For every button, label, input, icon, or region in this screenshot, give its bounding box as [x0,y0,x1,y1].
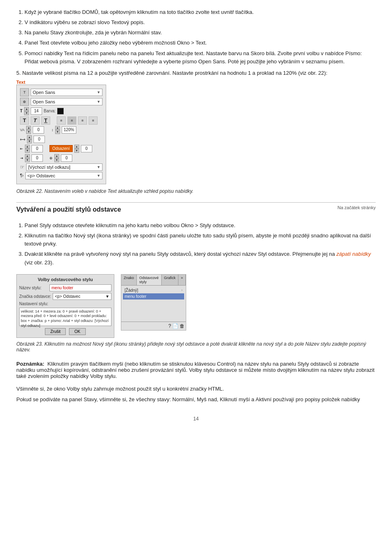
section-heading: Vytváření a použití stylů odstavce [16,206,376,213]
indent1-icon: ⇤ [20,147,23,151]
panel-header-row: T Open Sans ▼ [20,88,102,96]
panel2-buttons: Zrušit OK [19,328,111,335]
list-item-4: Panel Text otevřete volbou jeho záložky … [24,39,376,47]
leading-stepper[interactable]: ▲▼ [55,126,60,134]
paragraph-styles-panel: Znako Odstavcové styly Grafick » [Žádný]… [121,274,186,331]
indent2b-field[interactable]: 0 [61,154,72,162]
caption-23: Obrázek 23. Kliknutím na možnost Nový st… [16,341,376,353]
link-icon[interactable]: ☞ [20,164,24,170]
mark-dropdown-arrow: ▼ [105,294,109,299]
final-para-2: Pokud se podíváte na panel Stavy, všimně… [16,396,376,404]
va-label: VA [20,128,24,132]
indent1-field[interactable]: 0 [31,145,43,152]
panel2-cancel-button[interactable]: Zrušit [45,328,66,335]
para-tag-dropdown[interactable]: <p> Odstavec ▼ [25,172,102,179]
side-panel-bottom: ? 📄 🗑 [121,322,186,330]
style-none-item[interactable]: [Žádný] › [123,287,184,293]
tab-grafick[interactable]: Grafick [162,275,179,285]
indent1-row: ⇤ ▲▼ 0 Odsazení ▲▼ 0 [20,145,102,153]
note-block: Poznámka: Kliknutím pravým tlačítkem myš… [16,361,376,379]
new-style-icon[interactable]: 📄 [172,323,178,329]
list-item-2: V indikátoru výběru se zobrazí slovo Tex… [24,18,376,27]
link-style-dropdown[interactable]: [Výchozí styl odkazu] ▼ [26,163,102,171]
list-item-5: Pomocí nabídky Text na řídicím panelu ne… [24,49,376,66]
indent2b-stepper[interactable]: ▲▼ [54,154,59,162]
leading-icon: ↕ [51,128,53,132]
size-stepper[interactable]: ▲ ▼ [24,107,29,115]
tab-more[interactable]: » [178,275,186,285]
dropdown-arrow: ▼ [97,90,100,94]
indent2-row: ⇥ ▲▼ 0 ⊕ ▲▼ 0 [20,154,102,162]
va-field[interactable]: 0 [33,126,44,134]
paragraph-style-options-panel: Volby odstavcového stylu Název stylu: me… [16,274,114,338]
indent2b-icon: ⊕ [49,156,53,160]
panel2-setting-label-row: Nastavení stylu: [19,302,111,306]
tab-znako[interactable]: Znako [121,275,137,285]
font-dropdown[interactable]: Open Sans ▼ [31,89,102,96]
panel2-mark-dropdown[interactable]: <p> Odstavec ▼ [53,293,111,300]
tracking-icon: ⟷ [20,137,25,141]
color-swatch[interactable] [57,108,64,114]
indent1-stepper[interactable]: ▲▼ [25,145,30,153]
indent2-stepper[interactable]: ▲▼ [25,154,30,162]
panel2-mark-row: Značka odstavce: <p> Odstavec ▼ [19,293,111,300]
section-item-2: Kliknutím na tlačítko Nový styl (ikona s… [24,232,376,248]
panel2-title: Volby odstavcového stylu [19,277,111,282]
size-icon: T [20,109,22,113]
para-tag-row: ¶› <p> Odstavec ▼ [20,172,102,179]
section-divider [16,202,376,203]
list-item-1: Když je vybrané tlačítko DOMŮ, tak opěto… [24,8,376,16]
para-dropdown-arrow: ▼ [97,174,100,178]
section-item-1: Panel Styly odstavce otevřete kliknutím … [24,221,376,230]
font-icon-btn[interactable]: T [20,88,29,96]
note-text: Poznámka: Kliknutím pravým tlačítkem myš… [16,361,376,379]
delete-style-icon[interactable]: 🗑 [180,323,185,329]
panel2-setting-text: velikost: 14 + mezera za: 0 + pravé odsa… [19,308,111,326]
style-align-row: T T T ≡ ≡ ≡ ≡ [20,116,102,125]
link-style-row: ☞ [Výchozí styl odkazu] ▼ [20,163,102,171]
leading-field[interactable]: 120% [62,126,76,134]
odsazeni-field[interactable]: 0 [81,145,92,152]
panel2-setting-label: Nastavení stylu: [19,302,48,306]
style-menu-footer-item[interactable]: menu footer [123,293,184,299]
final-content: Všimněte si, že okno Volby stylu zahrnuj… [16,385,376,404]
text-panel-mockup: T Open Sans ▼ ⊕ Open Sans ▼ T [16,85,106,184]
open-sans-row: ⊕ Open Sans ▼ [20,98,102,106]
size-field[interactable]: 14 [31,107,42,115]
italic-btn[interactable]: T [31,116,40,125]
size-color-row: T ▲ ▼ 14 Barva: [20,107,102,115]
align-justify-btn[interactable]: ≡ [89,116,98,125]
align-right-btn[interactable]: ≡ [78,116,87,125]
panel2-ok-button[interactable]: OK [69,328,85,335]
variant-arrow: ▼ [97,100,100,104]
highlight-zapatí: zápatí nabídky [336,251,371,257]
step-5b: 5. Nastavte velikost písma na 12 a použi… [16,69,376,77]
back-to-top-link[interactable]: Na začátek stránky [337,205,376,210]
add-font-icon[interactable]: ⊕ [20,98,29,106]
panel2-name-label: Název stylu: [19,286,48,290]
bold-btn[interactable]: T [20,116,29,125]
tab-odstavcove-styly[interactable]: Odstavcové styly [137,275,162,285]
va-row: VA ▲▼ 0 ↕ ▲▼ 120% [20,126,102,134]
panel2-name-input[interactable]: menu footer [49,284,111,291]
list-item-3: Na panelu Stavy zkontrolujte, zda je vyb… [24,29,376,37]
panel2-name-row: Název stylu: menu footer [19,284,111,291]
caption-22: Obrázek 22. Nastavením voleb v nabídce T… [16,188,376,194]
panel2-mark-label: Značka odstavce: [19,294,51,299]
indent2-field[interactable]: 0 [31,154,43,162]
page-number: 14 [16,416,376,422]
underline-btn[interactable]: T [41,116,50,125]
tracking-stepper[interactable]: ▲▼ [27,135,32,143]
odsazeni-button[interactable]: Odsazení [49,145,73,152]
para-icon: ¶› [20,173,24,178]
section-item-3: Dvakrát klikněte na právě vytvořený nový… [24,250,376,266]
help-icon[interactable]: ? [168,323,171,329]
align-center-btn[interactable]: ≡ [67,116,76,125]
odsazeni-stepper[interactable]: ▲▼ [74,145,79,153]
note-label: Poznámka: [16,361,45,367]
tracking-row: ⟷ ▲▼ 0 [20,135,102,143]
va-stepper[interactable]: ▲▼ [26,126,31,134]
text-label: Text [16,80,25,85]
font-variant-dropdown[interactable]: Open Sans ▼ [31,98,102,105]
align-left-btn[interactable]: ≡ [57,116,66,125]
